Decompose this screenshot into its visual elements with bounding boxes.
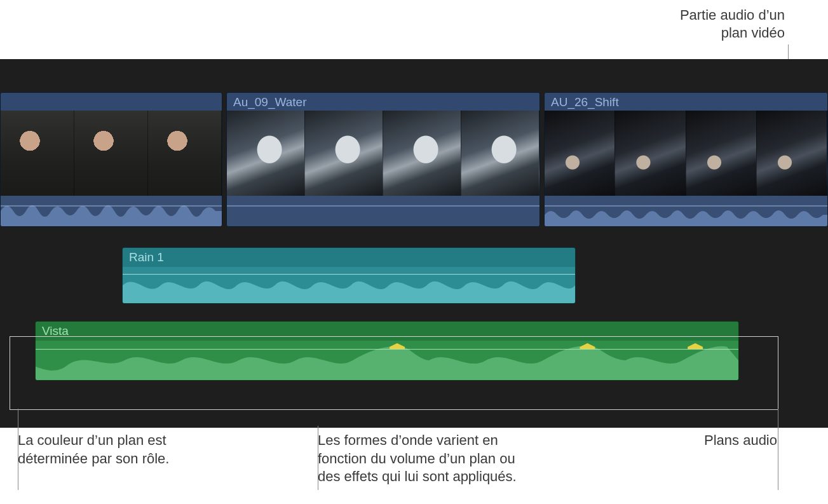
clip-audio-lane[interactable] — [545, 196, 827, 226]
thumbnail-frame — [148, 111, 222, 197]
annotation-audio-portion: Partie audio d’un plan vidéo — [680, 6, 785, 41]
thumbnail-frame — [615, 111, 686, 197]
thumbnail-frame — [461, 111, 540, 197]
thumbnail-frame — [757, 111, 827, 197]
annotation-role-color: La couleur d’un plan est déterminée par … — [18, 432, 169, 468]
thumbnail-frame — [227, 111, 305, 197]
annotation-line: des effets qui lui sont appliqués. — [318, 468, 517, 486]
annotation-line: fonction du volume d’un plan ou — [318, 450, 517, 468]
annotation-waveform-variation: Les formes d’onde varient en fonction du… — [318, 432, 517, 486]
clip-title: Vista — [36, 322, 738, 341]
video-clip[interactable]: Au_09_Water — [226, 92, 540, 227]
clip-title — [1, 93, 222, 111]
thumbnail-frame — [74, 111, 148, 197]
primary-storyline: Au_09_Water AU_26_Shift — [0, 92, 828, 227]
clip-thumbnails — [227, 111, 540, 197]
thumbnail-frame — [383, 111, 461, 197]
clip-audio-lane[interactable] — [227, 196, 540, 226]
thumbnail-frame — [1, 111, 74, 197]
annotation-audio-clips: Plans audio — [704, 432, 777, 450]
annotation-line: Les formes d’onde varient en — [318, 432, 517, 450]
thumbnail-frame — [686, 111, 757, 197]
clip-audio-lane[interactable] — [1, 196, 222, 226]
audio-clip-rain[interactable]: Rain 1 — [122, 247, 576, 304]
clip-waveform[interactable] — [36, 341, 738, 380]
clip-title: Rain 1 — [123, 248, 575, 267]
annotation-line: La couleur d’un plan est — [18, 432, 169, 450]
video-clip[interactable]: AU_26_Shift — [544, 92, 828, 227]
annotation-line: plan vidéo — [680, 24, 785, 42]
thumbnail-frame — [545, 111, 615, 197]
clip-thumbnails — [1, 111, 222, 197]
annotation-line: Partie audio d’un — [680, 6, 785, 24]
clip-thumbnails — [545, 111, 827, 197]
clip-title: Au_09_Water — [227, 93, 540, 111]
timeline-panel: Au_09_Water AU_26_Shift — [0, 59, 828, 428]
leader-line — [778, 409, 778, 490]
thumbnail-frame — [305, 111, 383, 197]
clip-title: AU_26_Shift — [545, 93, 827, 111]
audio-clip-vista[interactable]: Vista — [35, 321, 739, 381]
video-clip[interactable] — [0, 92, 222, 227]
annotation-line: Plans audio — [704, 432, 777, 450]
clip-waveform[interactable] — [123, 267, 575, 303]
annotation-line: déterminée par son rôle. — [18, 450, 169, 468]
